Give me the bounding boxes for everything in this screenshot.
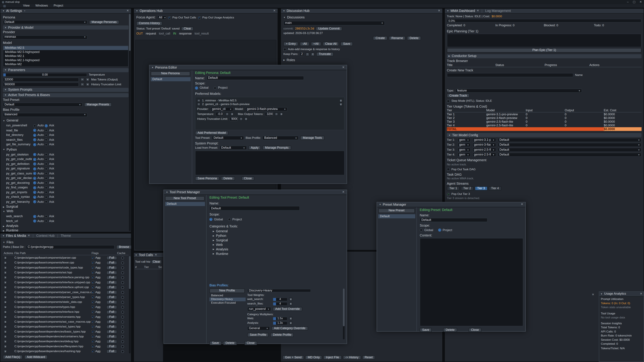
new-preset-button[interactable]: New Preset	[378, 209, 415, 213]
remove-multiplier-button[interactable]	[289, 322, 292, 325]
active-presets-section[interactable]: Active Tool Presets & Biases	[3, 93, 128, 97]
bias-profile-item[interactable]: Execution-Focused	[210, 301, 246, 305]
type-dropdown[interactable]: feature	[456, 89, 582, 93]
category-node[interactable]: Runtime	[213, 252, 345, 256]
clear-status-button[interactable]: Clear	[181, 27, 194, 31]
remove-file-button[interactable]	[4, 335, 7, 338]
comms-history-button[interactable]: Comms History	[136, 21, 162, 25]
category-node[interactable]: Python	[213, 234, 345, 238]
tier-preset-dropdown[interactable]: Default	[498, 143, 642, 147]
ask-radio[interactable]	[45, 153, 48, 156]
auto-radio[interactable]	[33, 124, 36, 127]
remove-model-button[interactable]	[339, 103, 343, 106]
auto-radio[interactable]	[33, 138, 36, 141]
tier-preset-dropdown[interactable]: Default	[498, 153, 642, 157]
ask-radio[interactable]	[45, 163, 48, 166]
scrollbar-thumb[interactable]	[129, 14, 131, 51]
tab-context-hub[interactable]: Context Hub	[36, 234, 54, 238]
close-window-button[interactable]	[640, 0, 642, 4]
save-button[interactable]: Save	[420, 328, 432, 332]
stream-tab[interactable]: Tier 1	[447, 186, 460, 190]
auto-radio[interactable]	[33, 215, 36, 218]
increment-button[interactable]	[86, 83, 90, 86]
close-icon[interactable]	[438, 9, 440, 12]
auto-add-checkbox[interactable]	[284, 48, 286, 51]
cache-indicator[interactable]	[121, 301, 124, 304]
agg-checkbox[interactable]	[92, 281, 94, 284]
collapse-icon[interactable]	[135, 254, 137, 256]
menu-item[interactable]: View	[23, 4, 30, 8]
full-button[interactable]: Full	[106, 300, 117, 304]
reorder-button[interactable]	[197, 99, 200, 102]
clear-all-button[interactable]: Clear All	[323, 42, 339, 46]
auto-radio[interactable]	[33, 177, 36, 180]
full-button[interactable]: Full	[106, 320, 117, 324]
focus-agent-dropdown[interactable]: All	[157, 15, 166, 19]
model-option[interactable]: MiniMax-M2.5-highspeed	[3, 50, 128, 54]
close-icon[interactable]	[342, 66, 344, 69]
add-preferred-model-button[interactable]: Add Preferred Model	[195, 131, 228, 135]
auto-radio[interactable]	[33, 167, 36, 170]
auto-radio[interactable]	[33, 196, 36, 199]
close-icon[interactable]	[273, 9, 276, 12]
browse-button[interactable]: Browse	[116, 245, 132, 249]
remove-file-button[interactable]	[4, 296, 7, 299]
agg-checkbox[interactable]	[92, 296, 94, 299]
full-button[interactable]: Full	[106, 325, 117, 329]
agg-checkbox[interactable]	[92, 291, 94, 294]
scope-project-radio[interactable]	[438, 229, 441, 232]
scrollbar-thumb[interactable]	[129, 256, 131, 289]
close-icon[interactable]	[477, 9, 479, 12]
full-button[interactable]: Full	[106, 315, 117, 319]
model-option[interactable]: MiniMax-M2.5	[3, 46, 128, 50]
collapse-icon[interactable]	[136, 10, 138, 12]
cache-indicator[interactable]	[121, 276, 124, 279]
remove-file-button[interactable]	[4, 266, 7, 269]
save-persona-button[interactable]: Save Persona	[195, 177, 219, 181]
add-tool-override-button[interactable]: Add Tool Override	[273, 307, 302, 311]
remove-file-button[interactable]	[4, 271, 7, 274]
menu-grid-icon[interactable]	[3, 5, 6, 7]
rename-discussion-button[interactable]: Rename	[389, 36, 406, 40]
save-profile-button[interactable]: Save Profile	[247, 333, 269, 337]
auto-radio[interactable]	[33, 153, 36, 156]
agg-checkbox[interactable]	[92, 325, 94, 328]
tab-log-management[interactable]: Log Management	[485, 9, 511, 13]
agg-checkbox[interactable]	[92, 335, 94, 338]
full-button[interactable]: Full	[106, 271, 117, 274]
remove-file-button[interactable]	[4, 345, 7, 348]
max-output-input[interactable]: 32000	[265, 112, 273, 116]
remove-file-button[interactable]	[4, 340, 7, 343]
remove-file-button[interactable]	[4, 315, 7, 319]
increment-button[interactable]	[280, 113, 283, 116]
close-button[interactable]: Close	[468, 328, 481, 332]
remove-file-button[interactable]	[4, 310, 7, 314]
composer-button[interactable]: Gen + Send	[282, 356, 304, 360]
new-tool-preset-button[interactable]: New Tool Preset	[165, 196, 204, 201]
decrement-button[interactable]	[80, 78, 84, 81]
history-limit-input[interactable]: 900000	[230, 117, 238, 121]
increment-button[interactable]	[311, 52, 314, 56]
tool-preset-dropdown[interactable]: Default	[3, 103, 82, 107]
tool-group-surgical[interactable]: Surgical	[3, 205, 128, 209]
remove-file-button[interactable]	[4, 305, 7, 309]
tier-provider-dropdown[interactable]: gemini	[458, 143, 470, 147]
full-button[interactable]: Full	[106, 276, 117, 279]
new-profile-button[interactable]: New Profile	[210, 289, 245, 293]
full-button[interactable]: Full	[106, 305, 117, 309]
temperature-slider[interactable]: 0.00	[3, 73, 87, 77]
discussion-select-dropdown[interactable]: main	[284, 21, 385, 25]
increment-button[interactable]	[230, 113, 234, 116]
ask-radio[interactable]	[45, 182, 48, 184]
ask-radio[interactable]	[45, 129, 48, 132]
close-button[interactable]: Close	[244, 341, 257, 345]
preset-manager-header[interactable]: Preset Manager	[377, 202, 525, 207]
delete-profile-button[interactable]: Delete Profile	[270, 333, 294, 337]
bias-profile-item[interactable]: Discovery-Heavy	[210, 297, 246, 301]
ask-radio[interactable]	[45, 177, 48, 180]
tier-preset-dropdown[interactable]: Default	[498, 148, 642, 152]
composer-button[interactable]: -> History	[343, 356, 361, 360]
full-button[interactable]: Full	[106, 291, 117, 294]
agg-checkbox[interactable]	[92, 330, 94, 333]
weight-slider[interactable]: 4	[273, 302, 288, 306]
